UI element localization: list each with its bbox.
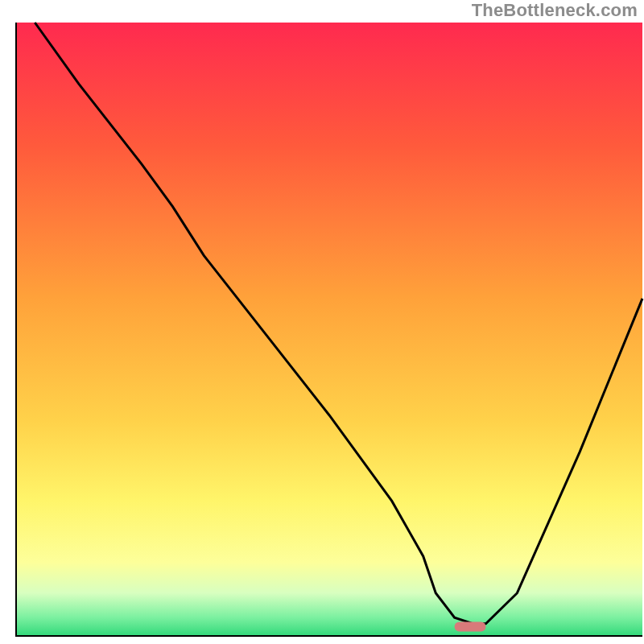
optimal-marker xyxy=(455,622,486,632)
watermark-text: TheBottleneck.com xyxy=(472,0,638,21)
heat-background xyxy=(16,23,642,636)
bottleneck-chart: TheBottleneck.com xyxy=(0,0,644,644)
chart-svg xyxy=(0,0,644,644)
